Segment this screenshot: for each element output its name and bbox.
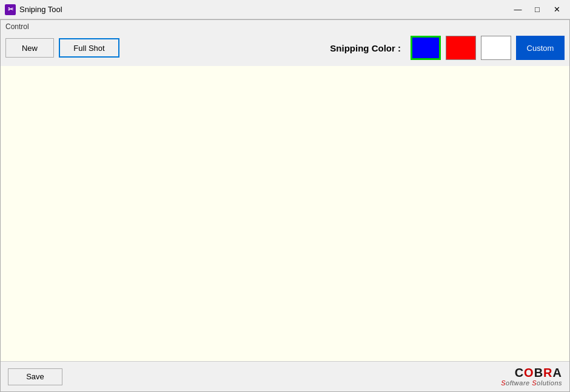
cobra-sub-s: S [501,379,506,387]
new-button[interactable]: New [5,38,54,58]
fullshot-button[interactable]: Full Shot [59,38,119,58]
custom-button[interactable]: Custom [516,36,565,60]
cobra-logo: COBRA Software Solutions [501,366,562,387]
title-bar-left: ✂ Sniping Tool [5,4,62,15]
save-button[interactable]: Save [8,368,62,385]
cobra-letter-r: R [543,366,552,379]
cobra-letter-b: B [534,366,543,379]
close-button[interactable]: ✕ [548,4,565,16]
canvas-area[interactable] [1,66,569,361]
cobra-letter-o: O [524,366,534,379]
title-bar-title: Sniping Tool [19,5,62,14]
cobra-letter-a: A [553,366,562,379]
cobra-sub-s2: S [532,379,537,387]
toolbar: New Full Shot Snipping Color : Custom [5,33,565,65]
main-window: Control New Full Shot Snipping Color : C… [0,19,570,392]
cobra-sub-text: Software Solutions [501,379,562,387]
color-swatch-blue[interactable] [411,36,441,60]
footer: Save COBRA Software Solutions [1,361,569,391]
cobra-letter-c: C [515,366,524,379]
control-label: Control [5,22,565,31]
toolbar-section: Control New Full Shot Snipping Color : C… [1,20,569,66]
snipping-color-label: Snipping Color : [330,43,401,53]
minimize-button[interactable]: — [509,4,526,16]
cobra-logo-text: COBRA [515,366,562,379]
maximize-button[interactable]: □ [529,4,546,16]
color-swatch-red[interactable] [446,36,476,60]
color-swatch-white[interactable] [481,36,511,60]
app-icon: ✂ [5,4,16,15]
title-bar: ✂ Sniping Tool — □ ✕ [0,0,570,19]
title-bar-controls: — □ ✕ [509,4,565,16]
